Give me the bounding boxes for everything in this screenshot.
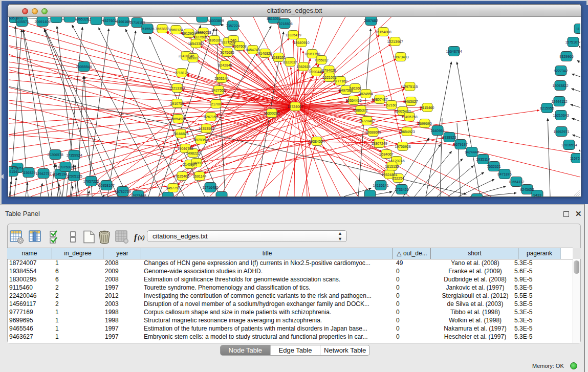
svg-text:7955812: 7955812 — [314, 58, 328, 62]
svg-text:8471876: 8471876 — [497, 172, 511, 176]
svg-text:19654923: 19654923 — [399, 130, 415, 134]
svg-text:8912954: 8912954 — [182, 32, 195, 35]
svg-text:14136141: 14136141 — [373, 184, 388, 187]
svg-text:17359924: 17359924 — [66, 154, 82, 157]
svg-text:9433: 9433 — [533, 193, 541, 197]
svg-text:15720407: 15720407 — [359, 119, 375, 123]
svg-text:1910755: 1910755 — [170, 102, 184, 105]
svg-text:12444152: 12444152 — [551, 100, 567, 103]
svg-text:7357224: 7357224 — [226, 24, 239, 28]
svg-text:20055546: 20055546 — [76, 65, 92, 69]
svg-text:2935114: 2935114 — [476, 158, 490, 161]
svg-text:12942757: 12942757 — [35, 172, 51, 176]
svg-text:12975115: 12975115 — [402, 85, 418, 89]
svg-text:546: 546 — [230, 38, 236, 42]
svg-text:8322037: 8322037 — [283, 60, 297, 64]
svg-text:19384554: 19384554 — [309, 140, 324, 143]
svg-text:8878352: 8878352 — [193, 138, 207, 142]
svg-text:2803144: 2803144 — [214, 77, 228, 80]
svg-text:10973493: 10973493 — [393, 55, 408, 59]
svg-text:2718176: 2718176 — [175, 71, 188, 75]
svg-text:13226058: 13226058 — [195, 31, 211, 34]
svg-text:9474444: 9474444 — [465, 150, 478, 154]
svg-text:8990448: 8990448 — [309, 70, 323, 74]
svg-text:10958107: 10958107 — [98, 184, 114, 187]
svg-text:10653267: 10653267 — [75, 17, 91, 21]
svg-text:7663822: 7663822 — [155, 27, 169, 31]
svg-text:19218506: 19218506 — [276, 22, 292, 26]
svg-text:1527602: 1527602 — [102, 19, 116, 23]
svg-text:1145194: 1145194 — [54, 172, 68, 176]
svg-text:7886372: 7886372 — [354, 108, 367, 112]
svg-text:2687682: 2687682 — [364, 19, 378, 23]
svg-text:6794028: 6794028 — [322, 69, 336, 72]
svg-text:252254: 252254 — [392, 177, 404, 180]
svg-text:1588520: 1588520 — [271, 56, 285, 59]
svg-text:17957225: 17957225 — [83, 180, 99, 183]
svg-text:746266: 746266 — [349, 86, 361, 90]
svg-text:6679197: 6679197 — [453, 143, 467, 146]
svg-text:1156829: 1156829 — [22, 171, 36, 174]
svg-text:10807487: 10807487 — [372, 98, 387, 101]
svg-text:9684067: 9684067 — [379, 152, 393, 156]
svg-text:20691406: 20691406 — [34, 20, 50, 24]
svg-text:16543382: 16543382 — [188, 42, 204, 46]
svg-text:15300293: 15300293 — [264, 112, 279, 115]
svg-text:10975887: 10975887 — [57, 165, 73, 169]
svg-text:8813054: 8813054 — [267, 17, 280, 20]
svg-text:18724007: 18724007 — [287, 105, 303, 108]
svg-text:9777169: 9777169 — [333, 79, 347, 83]
svg-text:19524851: 19524851 — [381, 173, 397, 177]
svg-text:13495758: 13495758 — [401, 115, 417, 119]
svg-text:18640910: 18640910 — [293, 41, 309, 45]
svg-text:20206578: 20206578 — [47, 153, 63, 157]
svg-text:1167533: 1167533 — [570, 157, 580, 160]
svg-text:8427552: 8427552 — [211, 89, 225, 92]
svg-text:17016514: 17016514 — [561, 143, 577, 147]
svg-text:15751074: 15751074 — [565, 40, 580, 44]
svg-text:7632621: 7632621 — [487, 165, 500, 168]
svg-text:(x): (x) — [138, 234, 145, 241]
svg-text:16648784: 16648784 — [446, 50, 462, 53]
svg-text:1112: 1112 — [576, 27, 580, 31]
svg-text:8960124: 8960124 — [169, 28, 183, 32]
svg-text:10719155: 10719155 — [129, 21, 145, 25]
svg-text:1733426: 1733426 — [395, 188, 408, 191]
svg-text:9327505: 9327505 — [193, 35, 207, 39]
svg-text:7625402: 7625402 — [175, 174, 189, 178]
svg-text:14353594: 14353594 — [198, 127, 214, 130]
svg-text:9242848: 9242848 — [218, 63, 232, 67]
svg-text:8454749: 8454749 — [246, 48, 259, 52]
svg-text:16210643: 16210643 — [553, 114, 569, 117]
svg-text:8215955: 8215955 — [540, 106, 554, 110]
svg-text:16782759: 16782759 — [115, 190, 130, 193]
svg-text:1640954: 1640954 — [430, 129, 444, 133]
svg-text:16033809: 16033809 — [208, 19, 224, 23]
svg-text:9227342: 9227342 — [554, 69, 568, 73]
svg-text:9489: 9489 — [192, 161, 201, 165]
svg-text:6466160: 6466160 — [116, 20, 130, 24]
svg-text:12213382: 12213382 — [169, 86, 185, 90]
svg-text:8938923: 8938923 — [442, 136, 456, 139]
svg-text:19166825: 19166825 — [172, 132, 188, 136]
svg-text:21700: 21700 — [211, 102, 221, 106]
svg-text:1615132: 1615132 — [385, 165, 399, 168]
svg-text:20364436: 20364436 — [345, 99, 361, 102]
svg-text:18807249: 18807249 — [371, 142, 387, 145]
svg-text:19046738: 19046738 — [177, 147, 193, 150]
svg-text:9463627: 9463627 — [404, 100, 418, 103]
svg-text:1498222: 1498222 — [186, 151, 200, 155]
svg-text:3824554: 3824554 — [359, 92, 373, 96]
svg-text:1621072: 1621072 — [322, 76, 336, 79]
svg-text:13325419: 13325419 — [285, 33, 301, 37]
svg-text:15692971: 15692971 — [553, 130, 569, 134]
svg-text:19756928: 19756928 — [395, 145, 410, 148]
svg-text:12923448: 12923448 — [130, 194, 146, 197]
svg-text:10654112: 10654112 — [509, 180, 525, 184]
svg-text:435051: 435051 — [11, 166, 23, 170]
svg-text:62160: 62160 — [386, 103, 397, 107]
svg-text:39154: 39154 — [9, 170, 17, 173]
svg-text:1362615: 1362615 — [296, 65, 310, 69]
svg-text:9115460: 9115460 — [421, 106, 434, 110]
svg-text:10961758: 10961758 — [304, 52, 320, 56]
